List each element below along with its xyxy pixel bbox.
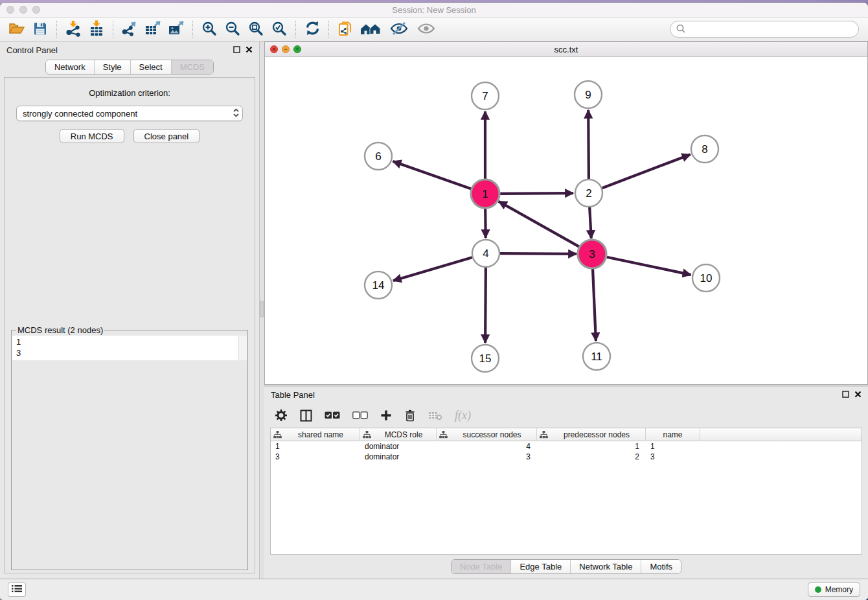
graph-edge-2-8[interactable]	[602, 155, 691, 189]
control-panel-header: Control Panel	[0, 41, 259, 58]
column-header-name[interactable]: name	[646, 428, 700, 441]
graph-edge-1-2[interactable]	[499, 193, 573, 194]
delete-column-button[interactable]	[428, 410, 442, 421]
graph-node-15[interactable]: 15	[472, 345, 499, 372]
table-panel-header: Table Panel	[264, 387, 868, 403]
table-cell[interactable]: 3	[271, 452, 360, 461]
open-session-button[interactable]	[7, 19, 27, 39]
graph-edge-4-14[interactable]	[393, 257, 472, 281]
table-row[interactable]: 1dominator411	[271, 441, 862, 452]
float-table-panel-icon[interactable]	[842, 390, 849, 400]
network-window-titlebar[interactable]: × − + scc.txt	[265, 42, 867, 57]
column-header-successor-nodes[interactable]: successor nodes	[437, 428, 537, 441]
graph-node-1[interactable]: 1	[471, 179, 499, 208]
graph-edge-2-9[interactable]	[588, 110, 589, 179]
close-table-panel-icon[interactable]	[854, 390, 862, 400]
criterion-select[interactable]: strongly connected component	[16, 106, 243, 121]
export-network-button[interactable]	[120, 19, 139, 39]
column-header-MCDS-role[interactable]: MCDS role	[360, 428, 437, 441]
table-cell[interactable]: dominator	[360, 442, 437, 451]
mcds-panel: Optimization criterion: strongly connect…	[4, 77, 255, 573]
graph-edge-4-3[interactable]	[500, 253, 577, 254]
table-cell[interactable]: 1	[646, 442, 700, 451]
tab-style[interactable]: Style	[94, 60, 130, 74]
clone-network-button[interactable]	[336, 19, 355, 39]
export-table-button[interactable]	[143, 19, 163, 39]
import-network-icon	[65, 20, 82, 39]
graph-node-3[interactable]: 3	[578, 240, 606, 268]
column-header-predecessor-nodes[interactable]: predecessor nodes	[537, 428, 646, 441]
hierarchy-icon	[439, 431, 448, 439]
search-field[interactable]	[670, 21, 859, 38]
delete-row-button[interactable]	[404, 409, 416, 422]
graph-edge-3-1[interactable]	[499, 202, 580, 247]
add-row-button[interactable]	[380, 410, 392, 421]
graph-node-14[interactable]: 14	[365, 271, 392, 299]
hierarchy-icon	[363, 431, 371, 439]
result-scrollbar[interactable]	[238, 336, 247, 360]
hide-selected-button[interactable]	[387, 19, 411, 39]
show-all-button[interactable]	[415, 19, 438, 39]
float-panel-icon[interactable]	[233, 45, 240, 55]
apply-layout-button[interactable]	[303, 19, 322, 39]
table-cell[interactable]: 3	[437, 452, 537, 461]
tab-edge-table[interactable]: Edge Table	[510, 560, 570, 573]
table-cell[interactable]: 2	[537, 452, 646, 461]
graph-node-4[interactable]: 4	[472, 240, 499, 267]
control-panel-title: Control Panel	[6, 45, 58, 55]
table-cell[interactable]: 4	[437, 442, 537, 451]
run-mcds-button[interactable]: Run MCDS	[60, 129, 124, 143]
tab-network-table[interactable]: Network Table	[570, 560, 641, 573]
tab-mcds[interactable]: MCDS	[171, 60, 213, 74]
network-canvas[interactable]: 7968124314101511	[265, 57, 867, 384]
memory-button[interactable]: Memory	[808, 583, 860, 597]
criterion-value: strongly connected component	[23, 109, 233, 119]
graph-node-8[interactable]: 8	[691, 135, 718, 163]
export-image-button[interactable]	[166, 19, 186, 39]
graph-node-10[interactable]: 10	[692, 264, 720, 292]
tab-node-table[interactable]: Node Table	[451, 560, 511, 573]
graph-node-11[interactable]: 11	[583, 343, 610, 370]
close-panel-icon[interactable]	[246, 45, 253, 55]
tab-network[interactable]: Network	[46, 60, 94, 74]
network-graph[interactable]: 7968124314101511	[265, 57, 866, 384]
column-header-shared-name[interactable]: shared name	[271, 428, 360, 441]
eye-slash-icon	[389, 21, 409, 38]
tab-motifs[interactable]: Motifs	[641, 560, 681, 573]
panel-splitter[interactable]	[260, 41, 264, 579]
graph-edge-1-6[interactable]	[393, 161, 472, 189]
import-table-button[interactable]	[87, 19, 106, 39]
graph-edge-1-4[interactable]	[485, 208, 486, 238]
graph-edge-3-11[interactable]	[593, 268, 596, 341]
task-history-button[interactable]	[8, 583, 26, 597]
zoom-out-button[interactable]	[223, 19, 242, 39]
zoom-in-button[interactable]	[200, 19, 219, 39]
table-row[interactable]: 3dominator323	[271, 452, 862, 462]
table-cell[interactable]: 1	[271, 442, 360, 451]
table-options-button[interactable]	[275, 409, 288, 422]
column-visibility-button[interactable]	[300, 410, 312, 422]
zoom-selected-button[interactable]	[269, 19, 289, 39]
function-builder-button[interactable]: f(x)	[455, 409, 471, 422]
table-cell[interactable]: 3	[646, 452, 700, 461]
select-all-button[interactable]	[325, 411, 340, 419]
graph-edge-3-10[interactable]	[606, 257, 691, 275]
graph-node-6[interactable]: 6	[365, 143, 392, 170]
graph-edge-2-3[interactable]	[589, 207, 591, 238]
graph-node-2[interactable]: 2	[575, 179, 602, 207]
save-session-button[interactable]	[30, 19, 50, 39]
hierarchy-icon	[540, 431, 548, 439]
clear-selection-button[interactable]	[352, 411, 368, 419]
close-panel-button[interactable]: Close panel	[133, 129, 200, 143]
first-neighbors-button[interactable]	[359, 19, 383, 39]
zoom-fit-button[interactable]	[246, 19, 266, 39]
graph-node-9[interactable]: 9	[575, 81, 602, 108]
tab-select[interactable]: Select	[130, 60, 171, 74]
graph-edge-4-15[interactable]	[485, 268, 486, 343]
import-network-button[interactable]	[63, 19, 83, 39]
search-input[interactable]	[686, 25, 853, 34]
houses-icon	[360, 21, 382, 38]
table-cell[interactable]: dominator	[360, 452, 437, 461]
graph-node-7[interactable]: 7	[472, 82, 499, 110]
table-cell[interactable]: 1	[537, 442, 646, 451]
